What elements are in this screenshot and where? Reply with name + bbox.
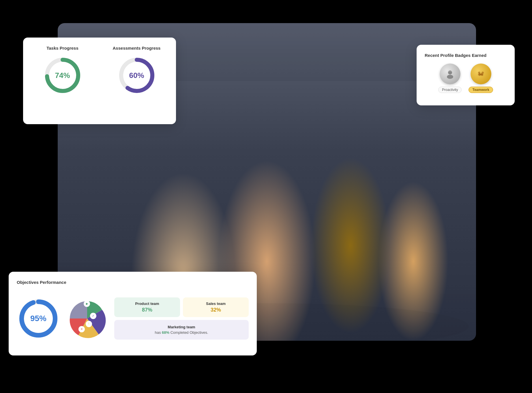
team-stats: Product team 87% Sales team 32% Marketin… (114, 297, 249, 340)
tasks-label: Tasks Progress (46, 46, 78, 51)
badge-teamwork: Teamwork (469, 64, 493, 93)
svg-point-6 (448, 70, 452, 74)
badge-teamwork-label: Teamwork (469, 87, 493, 93)
tasks-donut: 74% (42, 55, 83, 96)
objectives-title: Objectives Performance (17, 280, 249, 285)
badge-proactivity: Proactivity (438, 64, 462, 93)
badge-circle-silver (440, 64, 460, 84)
assessments-donut: 60% (117, 55, 157, 96)
product-team-pct: 87% (142, 307, 152, 313)
product-team-card: Product team 87% (114, 297, 180, 317)
tasks-progress-item: Tasks Progress 74% (31, 46, 94, 96)
marketing-post: Completed Objectives. (171, 330, 208, 335)
pie-icon-x: ✕ (78, 326, 85, 332)
objectives-donut: 95% (17, 297, 60, 340)
marketing-team-card: Marketing team has 68% Completed Objecti… (114, 320, 249, 340)
objectives-card: Objectives Performance 95% (9, 272, 257, 355)
sales-team-name: Sales team (206, 301, 226, 306)
svg-point-9 (482, 72, 484, 74)
marketing-pre: has (155, 330, 161, 335)
marketing-team-name: Marketing team (168, 325, 195, 329)
sales-team-pct: 32% (211, 307, 221, 313)
pie-chart: ▶ ✓ ! ✕ (67, 298, 107, 339)
svg-point-8 (478, 72, 480, 74)
assessments-label: Assessments Progress (113, 46, 161, 51)
assessments-progress-item: Assessments Progress 60% (105, 46, 168, 96)
marketing-pct: 68% (162, 330, 169, 335)
pie-icon-warning: ! (86, 321, 92, 327)
product-team-name: Product team (135, 301, 159, 306)
badge-proactivity-label: Proactivity (438, 87, 462, 93)
badge-circle-gold (471, 64, 491, 84)
svg-point-7 (447, 75, 453, 79)
progress-card: Tasks Progress 74% Assessments Progress … (23, 38, 176, 124)
objectives-content: 95% ▶ (17, 289, 249, 347)
objectives-main-value: 95% (30, 314, 46, 323)
pie-icon-check: ✓ (90, 313, 96, 319)
assessments-value: 60% (129, 71, 144, 80)
badges-row: Proactivity Teamwork (425, 64, 507, 93)
sales-team-card: Sales team 32% (183, 297, 249, 317)
pie-icon-play: ▶ (84, 301, 90, 307)
tasks-value: 74% (55, 71, 70, 80)
badges-title: Recent Profile Badges Earned (425, 53, 507, 58)
marketing-team-desc: has 68% Completed Objectives. (155, 330, 208, 335)
badges-card: Recent Profile Badges Earned Proactivity (417, 45, 515, 105)
